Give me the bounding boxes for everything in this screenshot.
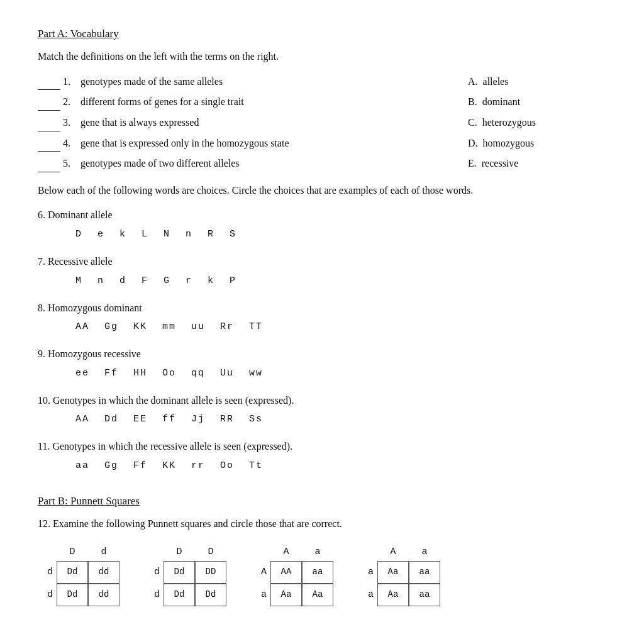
part-a-title-text: Part A: Vocabulary [38, 28, 119, 40]
question-label: 9. Homozygous recessive [38, 346, 606, 362]
choices-row: aaGgFfKKrrOoTt [75, 458, 606, 474]
punnett-col-header: D [195, 545, 226, 560]
vocab-def: different forms of genes for a single tr… [80, 94, 468, 110]
choice-item: Oo [220, 458, 234, 474]
vocab-term: D. homozygous [468, 135, 606, 152]
choice-item: KK [133, 319, 147, 335]
vocab-blank[interactable] [38, 74, 60, 91]
choice-item: e [97, 227, 104, 242]
question-block: 7. Recessive alleleMndFGrkP [38, 253, 606, 289]
punnett-col-header: D [57, 545, 88, 560]
punnett-col-header: A [270, 545, 302, 560]
punnett-row: aAaAa [252, 584, 333, 606]
choice-item: uu [191, 319, 205, 335]
punnett-cell: aa [409, 561, 440, 584]
part-b-title: Part B: Punnett Squares [38, 495, 140, 507]
punnett-col-header: d [88, 545, 119, 560]
choice-item: D [75, 227, 82, 242]
vocab-blank[interactable] [38, 94, 60, 111]
punnett-grid-wrapper: DDdDdDDdDdDd [145, 545, 226, 606]
part-a-title: Part A: Vocabulary [38, 25, 606, 42]
choice-item: n [97, 274, 104, 289]
vocab-blank[interactable] [38, 135, 60, 152]
choice-item: L [142, 227, 148, 242]
vocab-num: 2. [63, 94, 80, 110]
choice-item: R [208, 227, 214, 242]
vocab-blank[interactable] [38, 155, 60, 172]
question-block: 6. Dominant alleleDekLNnRS [38, 207, 606, 242]
punnett-cell: Dd [195, 584, 226, 606]
punnett-row-label: a [358, 565, 377, 580]
choice-item: mm [162, 319, 176, 335]
choice-item: AA [75, 412, 89, 427]
punnett-row-label: a [358, 587, 377, 602]
vocab-def: gene that is expressed only in the homoz… [80, 135, 468, 152]
part-a-intro: Match the definitions on the left with t… [38, 48, 606, 65]
punnett-cell: aa [409, 584, 440, 606]
punnett-row: dDdDD [145, 561, 226, 584]
punnett-row-label: d [145, 565, 164, 580]
choice-item: Uu [220, 366, 234, 381]
punnett-row: aAaaa [358, 561, 440, 584]
question-block: 9. Homozygous recessiveeeFfHHOoqqUuww [38, 346, 606, 381]
choices-row: AAGgKKmmuuRrTT [75, 319, 606, 335]
punnett-row-label: d [145, 587, 164, 602]
punnett-header: DD [145, 545, 226, 560]
punnett-cell: DD [195, 561, 226, 584]
question-label: 10. Genotypes in which the dominant alle… [38, 392, 606, 409]
vocab-term: A. alleles [468, 74, 606, 90]
punnett-col-header: A [377, 545, 409, 560]
punnett-cell: Aa [377, 584, 409, 606]
punnett-header: Aa [252, 545, 333, 560]
choice-item: ee [75, 366, 89, 381]
choice-item: rr [191, 458, 205, 474]
choice-item: KK [162, 458, 176, 474]
question-block: 10. Genotypes in which the dominant alle… [38, 392, 606, 428]
choices-row: eeFfHHOoqqUuww [75, 366, 606, 381]
punnett-col-header: a [302, 545, 333, 560]
vocab-term: B. dominant [468, 94, 606, 110]
choice-item: Ff [104, 366, 118, 381]
question-label: 6. Dominant allele [38, 207, 606, 223]
choice-item: Oo [162, 366, 176, 381]
vocab-blank[interactable] [38, 114, 60, 131]
choice-item: Ss [249, 412, 263, 427]
choice-item: k [208, 274, 214, 289]
punnett-row: aAaaa [358, 584, 440, 606]
punnett-col-header: D [164, 545, 195, 560]
vocab-row: 5. genotypes made of two different allel… [38, 155, 606, 172]
vocab-row: 4. gene that is expressed only in the ho… [38, 135, 606, 152]
punnett-grid-wrapper: AaaAaaaaAaaa [358, 545, 440, 606]
choice-item: AA [75, 319, 89, 335]
choice-item: Ff [133, 458, 147, 474]
punnett-header: Aa [358, 545, 440, 560]
vocab-row: 3. gene that is always expressed C. hete… [38, 114, 606, 131]
vocab-num: 5. [63, 155, 80, 172]
question-block: 8. Homozygous dominantAAGgKKmmuuRrTT [38, 300, 606, 335]
question-label: 7. Recessive allele [38, 253, 606, 270]
choices-row: AADdEEffJjRRSs [75, 412, 606, 427]
punnett-grid-wrapper: AaAAAaaaAaAa [252, 545, 333, 606]
choice-item: qq [191, 366, 205, 381]
question-block: 11. Genotypes in which the recessive all… [38, 438, 606, 474]
vocab-num: 3. [63, 114, 80, 131]
punnett-grids: DddDddddDdddDDdDdDDdDdDdAaAAAaaaAaAaAaaA… [38, 545, 606, 606]
choice-item: S [230, 227, 236, 242]
choice-item: Gg [104, 319, 118, 335]
vocab-def: genotypes made of two different alleles [80, 155, 468, 172]
punnett-header: Dd [38, 545, 119, 560]
punnett-cell: aa [302, 561, 333, 584]
punnett-cell: Dd [57, 584, 88, 606]
choices-row: DekLNnRS [75, 227, 606, 242]
punnett-row-label: d [38, 565, 57, 580]
punnett-cell: dd [88, 561, 119, 584]
choice-item: F [142, 274, 148, 289]
choice-item: n [186, 227, 192, 242]
choice-item: ww [249, 366, 263, 381]
punnett-row: AAAaa [252, 561, 333, 584]
question-label: 11. Genotypes in which the recessive all… [38, 438, 606, 455]
choice-item: P [230, 274, 236, 289]
punnett-row-label: d [38, 587, 57, 602]
vocab-row: 2. different forms of genes for a single… [38, 94, 606, 111]
choice-item: Rr [220, 319, 234, 335]
